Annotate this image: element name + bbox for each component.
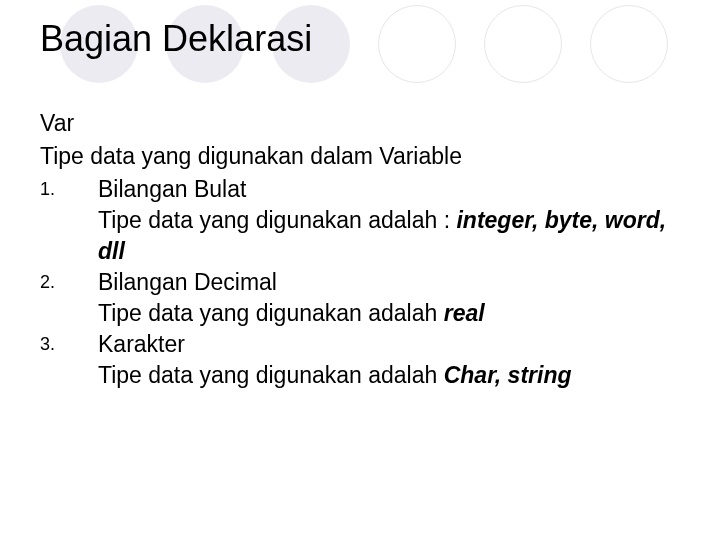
item-body: Bilangan Bulat Tipe data yang digunakan … [98, 174, 680, 267]
numbered-list: 1. Bilangan Bulat Tipe data yang digunak… [40, 174, 680, 391]
list-item: 3. Karakter Tipe data yang digunakan ada… [40, 329, 680, 391]
item-number: 3. [40, 329, 98, 391]
item-heading: Karakter [98, 329, 680, 360]
item-heading: Bilangan Bulat [98, 174, 680, 205]
list-item: 2. Bilangan Decimal Tipe data yang digun… [40, 267, 680, 329]
item-description: Tipe data yang digunakan adalah : intege… [98, 205, 680, 267]
item-description: Tipe data yang digunakan adalah real [98, 298, 680, 329]
item-heading: Bilangan Decimal [98, 267, 680, 298]
intro-line-1: Var [40, 108, 680, 139]
item-number: 2. [40, 267, 98, 329]
item-description: Tipe data yang digunakan adalah Char, st… [98, 360, 680, 391]
item-body: Karakter Tipe data yang digunakan adalah… [98, 329, 680, 391]
intro-line-2: Tipe data yang digunakan dalam Variable [40, 141, 680, 172]
slide-content: Bagian Deklarasi Var Tipe data yang digu… [0, 0, 720, 391]
slide-title: Bagian Deklarasi [40, 18, 680, 60]
item-body: Bilangan Decimal Tipe data yang digunaka… [98, 267, 680, 329]
item-number: 1. [40, 174, 98, 267]
list-item: 1. Bilangan Bulat Tipe data yang digunak… [40, 174, 680, 267]
